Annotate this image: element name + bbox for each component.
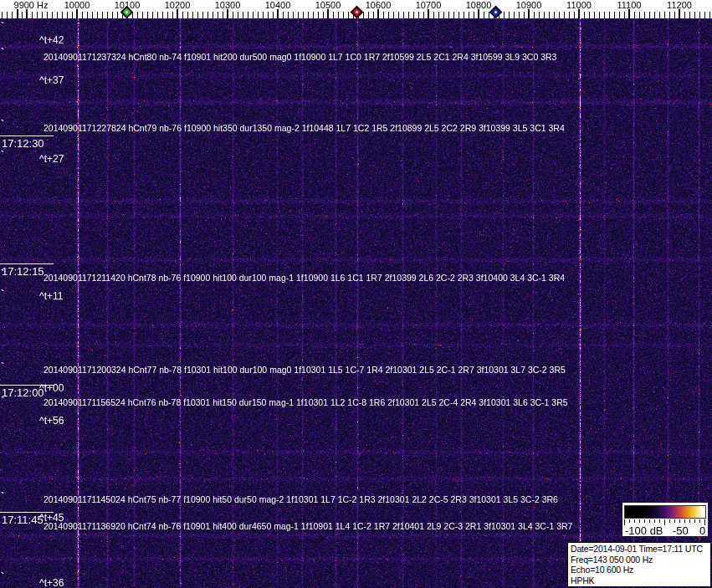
edge-tick-mark: `: [1, 153, 4, 158]
event-time-offset-mark: ^t+56: [39, 415, 64, 427]
frequency-ruler: 9900 Hz100001010010200103001040010500106…: [0, 0, 712, 18]
event-time-offset-mark: ^t+11: [39, 290, 63, 302]
echo-data-line: 20140901171237324 hCnt80 nb-74 f10901 hi…: [44, 52, 556, 62]
ruler-frequency-label: 10300: [215, 0, 241, 10]
event-time-offset-mark: ^t+00: [39, 382, 64, 394]
edge-tick-mark: `: [1, 122, 4, 127]
edge-tick-mark: `: [1, 292, 4, 297]
legend-label-max: 0: [699, 524, 705, 537]
ruler-frequency-label: 11000: [566, 0, 592, 10]
timestamp-label: 17:12:30: [0, 135, 54, 150]
event-time-offset-mark: ^t+36: [39, 577, 64, 588]
edge-tick-mark: `: [1, 24, 4, 29]
event-time-offset-mark: ^t+27: [39, 153, 64, 165]
ruler-frequency-label: 11200: [667, 0, 692, 10]
diamond-center-dot: [494, 10, 497, 13]
ruler-frequency-label: 10400: [265, 0, 291, 10]
colormap-gradient: [624, 505, 706, 519]
edge-tick-mark: `: [1, 494, 4, 499]
info-station-code: HPHK: [571, 575, 710, 586]
info-date-time: Date=2014-09-01 Time=17:11 UTC: [571, 544, 710, 555]
echo-data-line: 20140901171156524 hCnt76 nb-78 f10301 hi…: [44, 397, 568, 407]
ruler-frequency-label: 10800: [466, 0, 492, 10]
legend-label-mid: -50: [673, 524, 689, 537]
ruler-frequency-label: 9900 Hz: [14, 0, 49, 10]
edge-tick-mark: `: [1, 50, 4, 55]
ruler-frequency-label: 10700: [416, 0, 442, 10]
ruler-frequency-label: 11100: [617, 0, 642, 10]
echo-data-line: 20140901171200324 hCnt77 nb-78 f10301 hi…: [44, 365, 566, 375]
echo-data-line: 20140901171136920 hCnt74 nb-76 f10901 hi…: [44, 521, 572, 531]
echo-data-line: 20140901171211420 hCnt78 nb-76 f10900 hi…: [44, 273, 565, 283]
legend-label-min: -100 dB: [625, 524, 663, 537]
echo-data-line: 20140901171145024 hCnt75 nb-77 f10900 hi…: [44, 494, 558, 504]
ruler-frequency-label: 10900: [516, 0, 542, 10]
info-echo: Echo=10 600 Hz: [571, 565, 710, 575]
diamond-center-dot: [355, 10, 358, 13]
edge-tick-mark: `: [1, 575, 4, 580]
legend-labels: -100 dB -50 0: [622, 524, 708, 536]
ruler-frequency-label: 10200: [165, 0, 191, 10]
edge-tick-mark: `: [1, 272, 4, 277]
meteor-echo-monitor-window: 9900 Hz100001010010200103001040010500106…: [0, 0, 712, 588]
info-frequency: Freq=143 050 000 Hz: [571, 555, 710, 565]
ruler-frequency-label: 10000: [64, 0, 90, 10]
ruler-frequency-label: 10600: [366, 0, 392, 10]
observation-info-box: Date=2014-09-01 Time=17:11 UTC Freq=143 …: [567, 542, 711, 587]
edge-tick-mark: `: [1, 365, 4, 370]
echo-data-line: 20140901171227824 hCnt79 nb-76 f10900 hi…: [44, 123, 565, 133]
db-scale-legend: -100 dB -50 0: [622, 503, 708, 536]
event-time-offset-mark: ^t+37: [39, 74, 64, 86]
edge-tick-mark: `: [1, 399, 4, 404]
event-time-offset-mark: ^t+42: [39, 34, 64, 46]
spectrogram-overlay: 17:12:3017:12:1517:12:0017:11:45^t+42^t+…: [0, 0, 712, 588]
ruler-frequency-label: 10500: [315, 0, 341, 10]
diamond-center-dot: [125, 10, 128, 13]
